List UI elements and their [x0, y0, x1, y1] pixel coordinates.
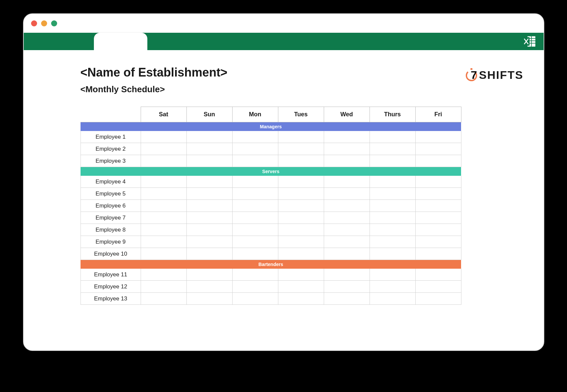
shift-cell[interactable]	[141, 200, 186, 212]
shift-cell[interactable]	[141, 269, 186, 281]
table-row: Employee 10	[81, 248, 461, 260]
shift-cell[interactable]	[141, 212, 186, 224]
shift-cell[interactable]	[186, 200, 232, 212]
shift-cell[interactable]	[186, 176, 232, 188]
shift-cell[interactable]	[278, 131, 324, 143]
shift-cell[interactable]	[232, 188, 278, 200]
shift-cell[interactable]	[186, 269, 232, 281]
shift-cell[interactable]	[415, 293, 461, 305]
shift-cell[interactable]	[278, 200, 324, 212]
window-close-icon[interactable]	[31, 20, 37, 26]
shift-cell[interactable]	[141, 188, 186, 200]
shift-cell[interactable]	[370, 281, 415, 293]
shift-cell[interactable]	[370, 236, 415, 248]
shift-cell[interactable]	[370, 248, 415, 260]
shift-cell[interactable]	[415, 269, 461, 281]
shift-cell[interactable]	[278, 281, 324, 293]
shift-cell[interactable]	[324, 176, 370, 188]
shift-cell[interactable]	[324, 155, 370, 167]
shift-cell[interactable]	[370, 155, 415, 167]
shift-cell[interactable]	[141, 155, 186, 167]
window-minimize-icon[interactable]	[41, 20, 47, 26]
shift-cell[interactable]	[324, 293, 370, 305]
shift-cell[interactable]	[278, 293, 324, 305]
shift-cell[interactable]	[324, 200, 370, 212]
shift-cell[interactable]	[232, 281, 278, 293]
shift-cell[interactable]	[370, 224, 415, 236]
shift-cell[interactable]	[370, 131, 415, 143]
shift-cell[interactable]	[141, 224, 186, 236]
shift-cell[interactable]	[415, 281, 461, 293]
brand-word: SHIFTS	[479, 69, 524, 82]
shift-cell[interactable]	[232, 269, 278, 281]
shift-cell[interactable]	[232, 236, 278, 248]
shift-cell[interactable]	[278, 248, 324, 260]
shift-cell[interactable]	[278, 176, 324, 188]
shift-cell[interactable]	[324, 269, 370, 281]
shift-cell[interactable]	[415, 200, 461, 212]
shift-cell[interactable]	[415, 224, 461, 236]
shift-cell[interactable]	[186, 224, 232, 236]
shift-cell[interactable]	[186, 293, 232, 305]
shift-cell[interactable]	[141, 236, 186, 248]
shift-cell[interactable]	[324, 131, 370, 143]
shift-cell[interactable]	[324, 224, 370, 236]
shift-cell[interactable]	[370, 143, 415, 155]
table-row: Employee 13	[81, 293, 461, 305]
shift-cell[interactable]	[232, 212, 278, 224]
shift-cell[interactable]	[186, 188, 232, 200]
shift-cell[interactable]	[141, 176, 186, 188]
shift-cell[interactable]	[186, 143, 232, 155]
shift-cell[interactable]	[415, 131, 461, 143]
shift-cell[interactable]	[370, 212, 415, 224]
shift-cell[interactable]	[370, 293, 415, 305]
shift-cell[interactable]	[324, 248, 370, 260]
shift-cell[interactable]	[370, 188, 415, 200]
shift-cell[interactable]	[186, 281, 232, 293]
shift-cell[interactable]	[232, 143, 278, 155]
shift-cell[interactable]	[278, 236, 324, 248]
shift-cell[interactable]	[278, 212, 324, 224]
shift-cell[interactable]	[186, 212, 232, 224]
shift-cell[interactable]	[415, 248, 461, 260]
day-header: Tues	[278, 107, 324, 122]
shift-cell[interactable]	[324, 236, 370, 248]
shift-cell[interactable]	[232, 131, 278, 143]
shift-cell[interactable]	[324, 143, 370, 155]
shift-cell[interactable]	[415, 155, 461, 167]
table-row: Employee 9	[81, 236, 461, 248]
shift-cell[interactable]	[232, 293, 278, 305]
shift-cell[interactable]	[324, 188, 370, 200]
shift-cell[interactable]	[186, 155, 232, 167]
shift-cell[interactable]	[278, 269, 324, 281]
shift-cell[interactable]	[370, 200, 415, 212]
shift-cell[interactable]	[232, 176, 278, 188]
shift-cell[interactable]	[278, 143, 324, 155]
active-tab[interactable]	[94, 33, 147, 50]
shift-cell[interactable]	[370, 269, 415, 281]
shift-cell[interactable]	[141, 131, 186, 143]
shift-cell[interactable]	[415, 188, 461, 200]
shift-cell[interactable]	[141, 293, 186, 305]
shift-cell[interactable]	[232, 224, 278, 236]
shift-cell[interactable]	[186, 131, 232, 143]
shift-cell[interactable]	[415, 236, 461, 248]
shift-cell[interactable]	[415, 212, 461, 224]
shift-cell[interactable]	[278, 224, 324, 236]
shift-cell[interactable]	[186, 248, 232, 260]
shift-cell[interactable]	[232, 248, 278, 260]
shift-cell[interactable]	[324, 212, 370, 224]
shift-cell[interactable]	[141, 281, 186, 293]
shift-cell[interactable]	[141, 143, 186, 155]
shift-cell[interactable]	[370, 176, 415, 188]
shift-cell[interactable]	[186, 236, 232, 248]
shift-cell[interactable]	[278, 155, 324, 167]
shift-cell[interactable]	[232, 155, 278, 167]
shift-cell[interactable]	[415, 176, 461, 188]
shift-cell[interactable]	[415, 143, 461, 155]
shift-cell[interactable]	[141, 248, 186, 260]
shift-cell[interactable]	[278, 188, 324, 200]
shift-cell[interactable]	[232, 200, 278, 212]
window-maximize-icon[interactable]	[51, 20, 57, 26]
shift-cell[interactable]	[324, 281, 370, 293]
